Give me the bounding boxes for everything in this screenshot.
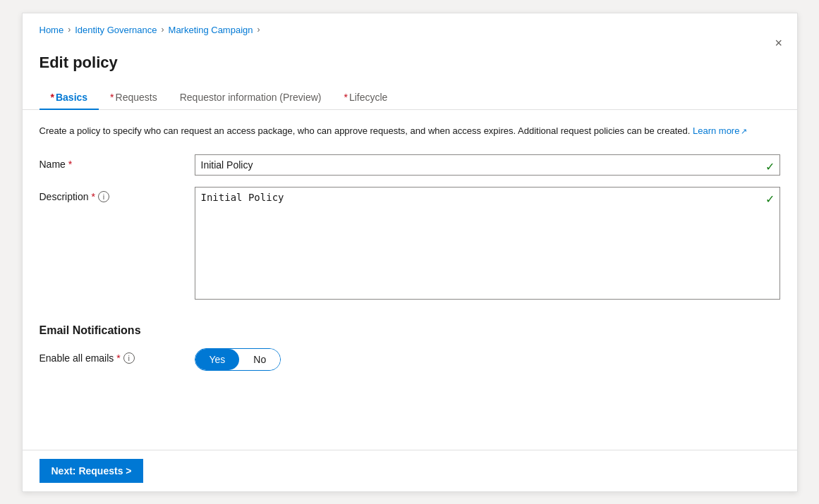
external-link-icon: ↗ bbox=[741, 127, 747, 135]
description-check-icon: ✓ bbox=[765, 192, 775, 206]
learn-more-link[interactable]: Learn more↗ bbox=[693, 125, 747, 136]
name-input-wrapper: ✓ bbox=[195, 154, 780, 176]
name-check-icon: ✓ bbox=[765, 160, 775, 173]
email-notifications-section: Email Notifications Enable all emails * … bbox=[40, 324, 780, 371]
close-button[interactable]: × bbox=[772, 34, 785, 52]
edit-policy-modal: Home › Identity Governance › Marketing C… bbox=[22, 13, 798, 492]
description-label: Description * i bbox=[40, 187, 195, 202]
email-notifications-title: Email Notifications bbox=[40, 324, 780, 337]
enable-emails-label: Enable all emails * i bbox=[40, 348, 195, 364]
tab-lifecycle[interactable]: *Lifecycle bbox=[332, 86, 399, 110]
toggle-no[interactable]: No bbox=[239, 349, 280, 370]
tab-basics[interactable]: *Basics bbox=[40, 86, 99, 110]
yes-no-toggle: Yes No bbox=[195, 348, 281, 371]
name-required-star: * bbox=[68, 159, 72, 170]
modal-header: Home › Identity Governance › Marketing C… bbox=[23, 13, 797, 42]
description-textarea[interactable]: Initial Policy bbox=[195, 187, 780, 300]
breadcrumb-sep-3: › bbox=[257, 25, 260, 35]
breadcrumb-marketing-campaign[interactable]: Marketing Campaign bbox=[169, 25, 253, 35]
description-info-icon[interactable]: i bbox=[98, 191, 109, 202]
breadcrumb: Home › Identity Governance › Marketing C… bbox=[40, 25, 780, 35]
tab-requests[interactable]: *Requests bbox=[99, 86, 169, 110]
description-input-wrapper: Initial Policy ✓ bbox=[195, 187, 780, 302]
tab-lifecycle-star: * bbox=[344, 92, 347, 103]
page-title: Edit policy bbox=[40, 54, 118, 72]
breadcrumb-sep-1: › bbox=[68, 25, 71, 35]
description-field-row: Description * i Initial Policy ✓ bbox=[40, 187, 780, 302]
toggle-switch[interactable]: Yes No bbox=[195, 348, 281, 371]
modal-body: Create a policy to specify who can reque… bbox=[23, 110, 797, 450]
enable-emails-row: Enable all emails * i Yes No bbox=[40, 348, 780, 371]
breadcrumb-identity-governance[interactable]: Identity Governance bbox=[75, 25, 157, 35]
toggle-yes[interactable]: Yes bbox=[195, 349, 240, 370]
tab-requests-star: * bbox=[110, 92, 114, 103]
enable-emails-star: * bbox=[116, 352, 120, 364]
name-field-row: Name * ✓ bbox=[40, 154, 780, 176]
modal-footer: Next: Requests > bbox=[23, 450, 797, 491]
form-section: Name * ✓ Description * i Initial Policy … bbox=[40, 154, 780, 302]
breadcrumb-sep-2: › bbox=[162, 25, 164, 35]
name-label: Name * bbox=[40, 154, 195, 170]
tab-basics-star: * bbox=[51, 92, 54, 103]
next-requests-button[interactable]: Next: Requests > bbox=[40, 459, 144, 483]
name-input[interactable] bbox=[195, 154, 780, 176]
enable-emails-info-icon[interactable]: i bbox=[123, 352, 135, 364]
intro-description: Create a policy to specify who can reque… bbox=[40, 124, 780, 138]
breadcrumb-home[interactable]: Home bbox=[40, 25, 64, 35]
tabs-row: *Basics *Requests Requestor information … bbox=[23, 72, 797, 110]
title-close-row: Edit policy × bbox=[23, 42, 797, 72]
description-required-star: * bbox=[92, 191, 95, 202]
tab-requestor-info[interactable]: Requestor information (Preview) bbox=[169, 86, 333, 110]
